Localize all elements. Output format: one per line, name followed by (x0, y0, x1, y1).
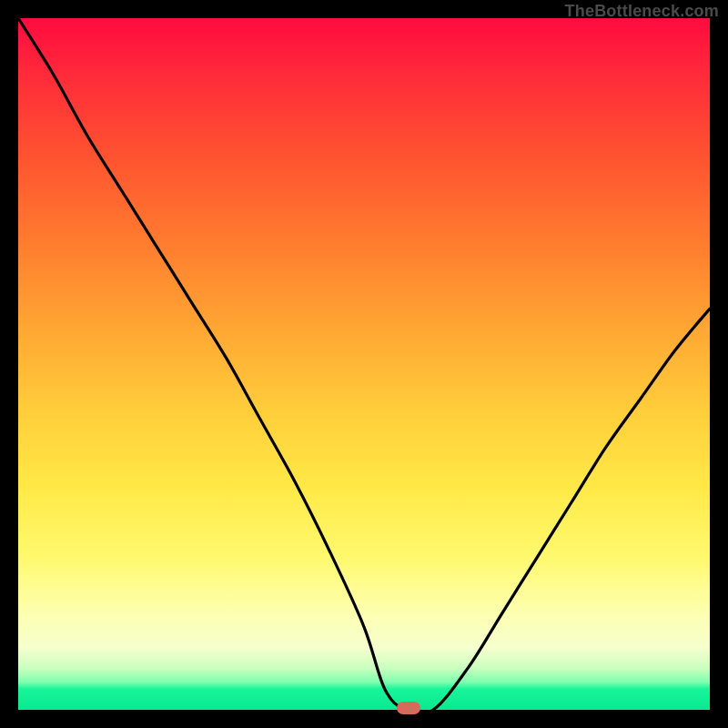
optimum-marker (397, 702, 420, 714)
curve-path (18, 18, 710, 710)
plot-area (18, 18, 710, 710)
bottleneck-curve (18, 18, 710, 710)
chart-frame: TheBottleneck.com (0, 0, 728, 728)
